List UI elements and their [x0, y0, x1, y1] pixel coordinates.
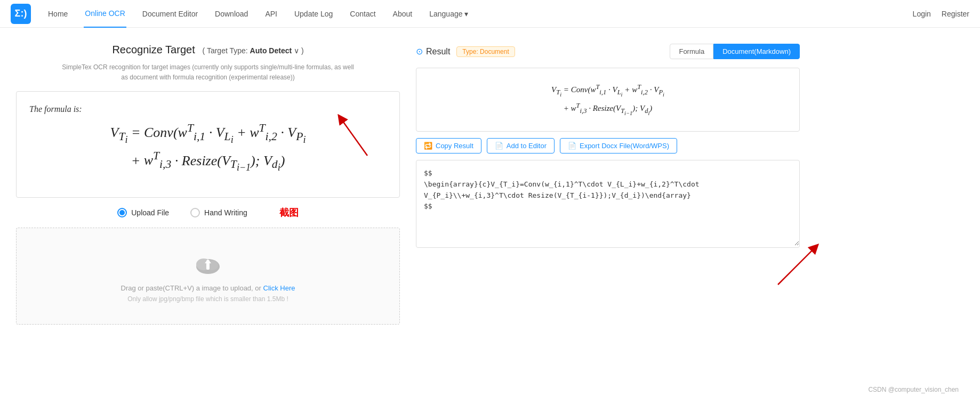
result-title: ⊙ Result — [416, 46, 450, 56]
main-layout: Recognize Target ( Target Type: Auto Det… — [0, 28, 980, 404]
upload-options: Upload File Hand Writing 截图 — [16, 206, 400, 219]
login-link[interactable]: Login — [913, 10, 931, 18]
recognize-heading: Recognize Target — [112, 44, 195, 55]
hand-writing-label: Hand Writing — [204, 208, 247, 217]
formula-top-text: The formula is: — [29, 104, 82, 114]
svg-line-1 — [341, 118, 367, 156]
drop-area[interactable]: Drag or paste(CTRL+V) a image to upload,… — [16, 228, 400, 325]
upload-file-option[interactable]: Upload File — [117, 208, 169, 217]
upload-file-radio[interactable] — [117, 208, 127, 217]
result-formula-box: VTi = Conv(wTi,1 · VLi + wTi,2 · VPi + w… — [416, 68, 800, 132]
right-panel: ⊙ Result Type: Document Formula Document… — [416, 44, 800, 393]
nav-language[interactable]: Language ▾ — [428, 0, 469, 28]
result-check-icon: ⊙ — [416, 46, 423, 56]
nav-document-editor[interactable]: Document Editor — [141, 0, 199, 28]
drop-text: Drag or paste(CTRL+V) a image to upload,… — [27, 284, 389, 292]
red-arrow-result — [767, 226, 831, 290]
add-to-editor-button[interactable]: 📄 Add to Editor — [487, 138, 555, 153]
upload-file-label: Upload File — [131, 208, 169, 217]
result-header: ⊙ Result Type: Document Formula Document… — [416, 44, 800, 59]
result-textarea-box: $$ \begin{array}{c}V_{T_i}=Conv(w_{i,1}^… — [416, 160, 800, 248]
logo-icon: Σ:) — [11, 4, 31, 24]
hand-writing-option[interactable]: Hand Writing — [190, 208, 247, 217]
click-here-link[interactable]: Click Here — [263, 284, 295, 292]
screenshot-label: 截图 — [279, 206, 299, 219]
tab-document[interactable]: Document(Markdown) — [713, 44, 800, 59]
target-type-label: ( Target Type: Auto Detect ∨ ) — [203, 46, 304, 55]
recognize-title: Recognize Target ( Target Type: Auto Det… — [16, 44, 400, 56]
export-icon: 📄 — [568, 142, 576, 150]
nav-api[interactable]: API — [264, 0, 278, 28]
nav-online-ocr[interactable]: Online OCR — [84, 0, 126, 28]
result-textarea[interactable]: $$ \begin{array}{c}V_{T_i}=Conv(w_{i,1}^… — [416, 160, 799, 246]
copy-icon: 🔁 — [424, 142, 432, 150]
upload-cloud-icon — [27, 249, 389, 278]
hand-writing-radio[interactable] — [190, 208, 200, 217]
nav-update-log[interactable]: Update Log — [293, 0, 334, 28]
action-buttons: 🔁 Copy Result 📄 Add to Editor 📄 Export D… — [416, 138, 800, 153]
result-formula-text: VTi = Conv(wTi,1 · VLi + wTi,2 · VPi + w… — [551, 81, 664, 119]
drop-subtext: Only allow jpg/png/bmp file which is sma… — [27, 295, 389, 303]
nav-download[interactable]: Download — [214, 0, 249, 28]
nav-home[interactable]: Home — [47, 0, 69, 28]
navbar-right: Login Register — [913, 10, 969, 18]
left-panel: Recognize Target ( Target Type: Auto Det… — [16, 44, 400, 393]
navbar-links: Home Online OCR Document Editor Download… — [47, 0, 913, 28]
result-tabs: Formula Document(Markdown) — [670, 44, 800, 59]
navbar: Σ:) Home Online OCR Document Editor Down… — [0, 0, 980, 28]
nav-contact[interactable]: Contact — [349, 0, 376, 28]
add-icon: 📄 — [495, 142, 503, 150]
result-heading: Result — [426, 47, 450, 56]
register-link[interactable]: Register — [942, 10, 969, 18]
nav-about[interactable]: About — [392, 0, 414, 28]
red-arrow-preview — [330, 108, 373, 161]
footer-note: CSDN @computer_vision_chen — [857, 381, 969, 399]
image-preview-box: The formula is: VTi = Conv(wTi,1 · VLi +… — [16, 91, 400, 198]
recognize-subtitle: SimpleTex OCR recognition for target ima… — [16, 62, 400, 83]
svg-line-8 — [778, 247, 815, 285]
type-badge: Type: Document — [456, 46, 515, 57]
tab-formula[interactable]: Formula — [670, 44, 713, 59]
copy-result-button[interactable]: 🔁 Copy Result — [416, 138, 481, 153]
export-docx-button[interactable]: 📄 Export Docx File(Word/WPS) — [560, 138, 677, 153]
logo[interactable]: Σ:) — [11, 4, 31, 24]
